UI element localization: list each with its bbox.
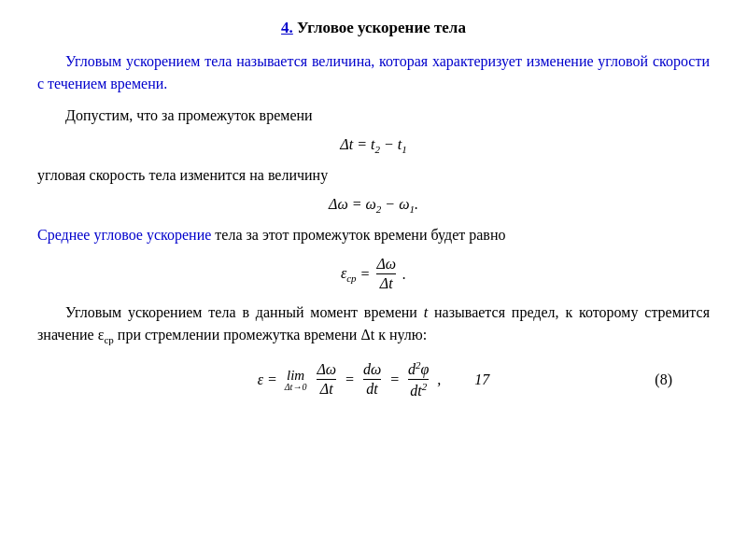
page-number: 17 — [474, 371, 489, 388]
fraction-numerator: Δω — [376, 256, 396, 274]
paragraph-4-normal: тела за этот промежуток времени будет ра… — [211, 227, 505, 243]
epsilon-lhs: ε = — [258, 371, 277, 388]
fraction-denominator: Δt — [380, 274, 393, 292]
fraction-lim: Δω Δt — [317, 361, 336, 398]
lim-numerator: Δω — [317, 361, 336, 380]
formula-epsilon-cp: εср = Δω Δt . — [37, 256, 710, 292]
d2phi-denominator: dt2 — [410, 380, 427, 399]
paragraph-1-text: Угловым ускорением тела называется велич… — [37, 53, 710, 91]
paragraph-5-text1: Угловым ускорением тела в данный момент … — [65, 304, 424, 320]
formula-delta-omega: Δω = ω2 − ω1. — [37, 196, 710, 215]
formula1-text: Δt = t2 − t1 — [340, 136, 406, 155]
formula-comma: , — [437, 371, 441, 388]
paragraph-2-text: Допустим, что за промежуток времени — [65, 107, 313, 123]
paragraph-4-blue: Среднее угловое ускорение — [37, 227, 211, 243]
formula-delta-t: Δt = t2 − t1 — [37, 136, 710, 155]
dw-numerator: dω — [363, 361, 381, 380]
equals-1: = — [345, 371, 355, 388]
lim-denominator: Δt — [320, 380, 333, 398]
equation-number: (8) — [655, 371, 672, 388]
bottom-formula: ε = lim Δt→0 Δω Δt = dω dt = d2φ dt2 , 1… — [37, 359, 710, 400]
paragraph-3: угловая скорость тела изменится на велич… — [37, 164, 710, 187]
paragraph-4: Среднее угловое ускорение тела за этот п… — [37, 224, 710, 246]
epsilon-cp-lhs: εср — [341, 265, 357, 284]
page: 4. Угловое ускорение тела Угловым ускоре… — [0, 0, 747, 560]
paragraph-3-text: угловая скорость тела изменится на велич… — [37, 167, 328, 183]
dw-denominator: dt — [366, 380, 377, 398]
paragraph-5-ecp-sub: ср — [104, 335, 113, 346]
paragraph-5: Угловым ускорением тела в данный момент … — [37, 301, 710, 348]
formula3-period: . — [402, 266, 406, 283]
fraction-delta-omega-delta-t: Δω Δt — [376, 256, 396, 292]
paragraph-1: Угловым ускорением тела называется велич… — [37, 50, 710, 95]
section-title: 4. Угловое ускорение тела — [37, 19, 710, 37]
fraction-d2phi-dt2: d2φ dt2 — [408, 359, 429, 400]
d2phi-numerator: d2φ — [408, 359, 429, 380]
paragraph-2: Допустим, что за промежуток времени — [37, 105, 710, 127]
equals-2: = — [389, 371, 400, 388]
equals-sign: = — [360, 266, 371, 283]
title-text: Угловое ускорение тела — [297, 19, 466, 36]
lim-subscript: Δt→0 — [285, 382, 307, 392]
formula2-text: Δω = ω2 − ω1. — [329, 196, 418, 215]
fraction-domega-dt: dω dt — [363, 361, 381, 398]
paragraph-5-text3: при стремлении промежутка времени Δt к н… — [114, 327, 427, 343]
title-number: 4. — [281, 19, 293, 36]
lim-block: lim Δt→0 — [285, 368, 307, 392]
